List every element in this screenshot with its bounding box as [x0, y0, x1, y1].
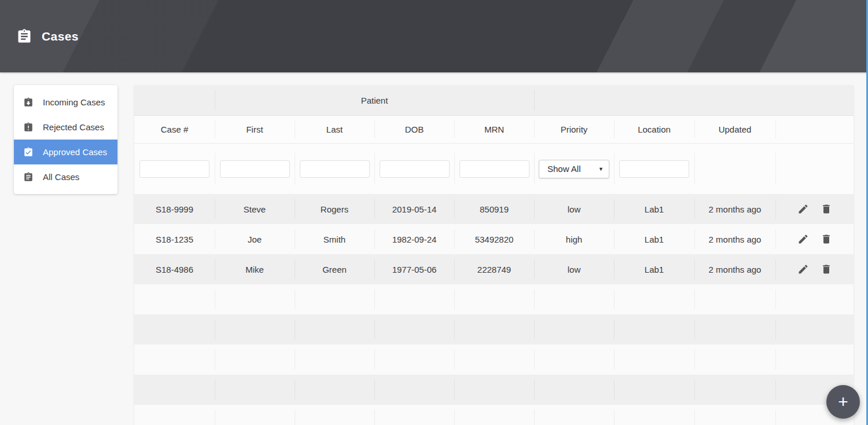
- sidebar-item-label: Approved Cases: [43, 146, 108, 158]
- group-spacer: [534, 85, 854, 115]
- mrn-cell: 850919: [454, 194, 534, 224]
- dob-cell: 1982-09-24: [374, 224, 454, 254]
- dob-cell: 1977-05-06: [374, 254, 454, 284]
- table-row[interactable]: S18-1235 Joe Smith 1982-09-24 53492820 h…: [134, 224, 854, 254]
- table-group-header-row: Patient: [134, 85, 854, 116]
- first-name-filter-input[interactable]: [220, 160, 290, 178]
- app-header: Cases: [0, 0, 868, 72]
- page-title: Cases: [42, 30, 79, 43]
- priority-cell: low: [534, 254, 614, 284]
- case-number-cell: S18-9999: [134, 194, 215, 224]
- updated-cell: 2 months ago: [694, 194, 775, 224]
- delete-trash-icon[interactable]: [821, 233, 832, 245]
- location-cell: Lab1: [614, 194, 694, 224]
- filter-spacer: [775, 144, 854, 194]
- chevron-down-icon: ▼: [598, 166, 604, 172]
- edit-pencil-icon[interactable]: [797, 203, 809, 215]
- empty-table-row: [134, 314, 854, 345]
- edit-pencil-icon[interactable]: [797, 233, 809, 245]
- assignment-late-icon: [23, 122, 34, 133]
- patient-group-header: Patient: [215, 85, 534, 115]
- empty-table-row: [134, 405, 854, 425]
- updated-cell: 2 months ago: [694, 224, 775, 254]
- case-filter-input[interactable]: [139, 160, 209, 178]
- column-header-case[interactable]: Case #: [134, 116, 215, 143]
- first-name-cell: Steve: [215, 194, 295, 224]
- sidebar-item-approved-cases[interactable]: Approved Cases: [14, 140, 117, 164]
- column-header-last[interactable]: Last: [295, 116, 374, 143]
- mrn-cell: 2228749: [454, 254, 534, 284]
- assignment-returned-icon: [23, 97, 34, 108]
- row-actions: [775, 254, 854, 284]
- column-header-dob[interactable]: DOB: [374, 116, 454, 143]
- table-row[interactable]: S18-4986 Mike Green 1977-05-06 2228749 l…: [134, 254, 854, 284]
- assignment-clipboard-icon: [16, 28, 32, 45]
- table-filter-row: Show All ▼: [134, 144, 854, 194]
- filter-spacer: [694, 144, 775, 194]
- priority-filter-select[interactable]: Show All ▼: [539, 160, 609, 178]
- group-spacer: [134, 85, 215, 115]
- last-name-cell: Smith: [295, 224, 374, 254]
- first-name-cell: Mike: [215, 254, 295, 284]
- sidebar-item-label: Rejected Cases: [43, 121, 108, 133]
- column-header-actions: [775, 116, 854, 143]
- priority-cell: high: [534, 224, 614, 254]
- empty-table-row: [134, 375, 854, 405]
- row-actions: [775, 194, 854, 224]
- row-actions: [775, 224, 854, 254]
- priority-filter-value: Show All: [547, 164, 581, 174]
- cases-app: Cases Incoming Cases Rejected Cases: [0, 0, 868, 425]
- case-number-cell: S18-1235: [134, 224, 215, 254]
- column-header-location[interactable]: Location: [614, 116, 694, 143]
- edit-pencil-icon[interactable]: [797, 263, 809, 275]
- assignment-icon: [23, 172, 34, 182]
- dob-filter-input[interactable]: [380, 160, 450, 178]
- dob-cell: 2019-05-14: [374, 194, 454, 224]
- first-name-cell: Joe: [215, 224, 295, 254]
- column-header-priority[interactable]: Priority: [534, 116, 614, 143]
- location-cell: Lab1: [614, 254, 694, 284]
- empty-table-row: [134, 284, 854, 314]
- table-row[interactable]: S18-9999 Steve Rogers 2019-05-14 850919 …: [134, 194, 854, 224]
- sidebar: Incoming Cases Rejected Cases Approved C…: [14, 85, 117, 194]
- sidebar-item-incoming-cases[interactable]: Incoming Cases: [14, 90, 117, 115]
- case-number-cell: S18-4986: [134, 254, 215, 284]
- delete-trash-icon[interactable]: [821, 203, 832, 215]
- priority-cell: low: [534, 194, 614, 224]
- empty-table-row: [134, 345, 854, 375]
- last-name-cell: Green: [295, 254, 374, 284]
- add-case-button[interactable]: +: [826, 385, 860, 419]
- sidebar-item-label: All Cases: [43, 171, 108, 183]
- table-header-row: Case # First Last DOB MRN Priority Locat…: [134, 116, 854, 144]
- location-cell: Lab1: [614, 224, 694, 254]
- delete-trash-icon[interactable]: [821, 263, 832, 275]
- mrn-cell: 53492820: [454, 224, 534, 254]
- sidebar-item-label: Incoming Cases: [43, 96, 108, 108]
- last-name-cell: Rogers: [295, 194, 374, 224]
- column-header-updated[interactable]: Updated: [694, 116, 775, 143]
- main-content: Incoming Cases Rejected Cases Approved C…: [0, 72, 868, 425]
- assignment-turned-in-icon: [23, 147, 34, 157]
- mrn-filter-input[interactable]: [459, 160, 529, 178]
- column-header-mrn[interactable]: MRN: [454, 116, 534, 143]
- sidebar-item-all-cases[interactable]: All Cases: [14, 164, 117, 189]
- sidebar-item-rejected-cases[interactable]: Rejected Cases: [14, 115, 117, 140]
- last-name-filter-input[interactable]: [300, 160, 370, 178]
- column-header-first[interactable]: First: [215, 116, 295, 143]
- cases-table: Patient Case # First Last DOB MRN Priori…: [134, 85, 854, 425]
- location-filter-input[interactable]: [619, 160, 689, 178]
- updated-cell: 2 months ago: [694, 254, 775, 284]
